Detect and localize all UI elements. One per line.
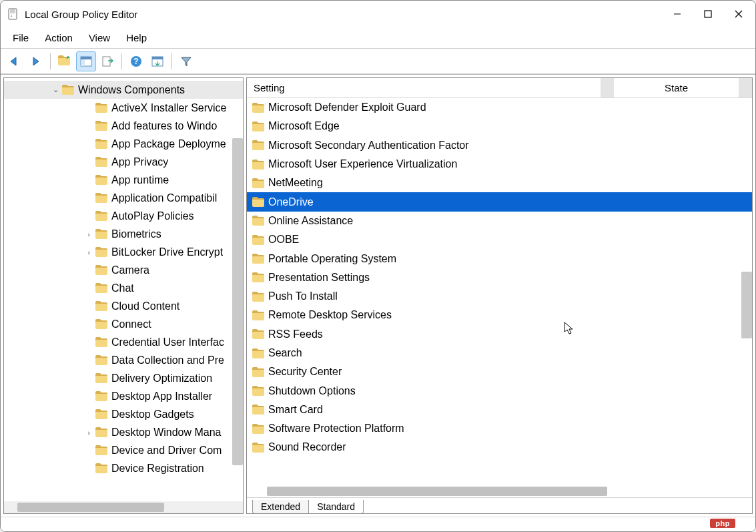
tree-item-label: Connect [111, 318, 151, 330]
tree-item[interactable]: Desktop Gadgets [4, 405, 243, 423]
tree-item[interactable]: Device and Driver Com [4, 441, 243, 459]
close-button[interactable] [723, 1, 754, 27]
help-button[interactable]: ? [126, 51, 146, 71]
list-pane: Setting State Microsoft Defender Exploit… [246, 77, 753, 514]
list-row[interactable]: Push To Install [247, 287, 752, 306]
chevron-right-icon[interactable]: › [84, 248, 93, 256]
tree-item[interactable]: Camera [4, 261, 243, 279]
list-item-label: Microsoft Defender Exploit Guard [268, 101, 426, 113]
tree-item-label: ActiveX Installer Service [111, 102, 227, 114]
menu-action[interactable]: Action [37, 29, 81, 46]
tree-item[interactable]: Credential User Interfac [4, 333, 243, 351]
tree-item[interactable]: App Package Deployme [4, 135, 243, 153]
settings-list[interactable]: Microsoft Defender Exploit GuardMicrosof… [247, 98, 752, 485]
list-row[interactable]: OneDrive [247, 192, 752, 211]
list-row[interactable]: RSS Feeds [247, 325, 752, 344]
column-state[interactable]: State [614, 82, 739, 93]
list-vscrollbar[interactable] [741, 272, 752, 338]
tree-item[interactable]: Chat [4, 279, 243, 297]
export-button[interactable] [97, 51, 117, 71]
show-hide-action-button[interactable] [147, 51, 167, 71]
tree[interactable]: ⌄ Windows Components ActiveX Installer S… [4, 78, 243, 501]
list-row[interactable]: Microsoft User Experience Virtualization [247, 155, 752, 174]
statusbar: php [1, 517, 755, 531]
back-button[interactable] [5, 51, 25, 71]
tree-item[interactable]: ›BitLocker Drive Encrypt [4, 243, 243, 261]
list-item-label: Smart Card [268, 404, 323, 416]
tree-item[interactable]: App Privacy [4, 153, 243, 171]
tab-extended[interactable]: Extended [252, 500, 308, 514]
show-hide-tree-button[interactable] [76, 51, 96, 71]
list-row[interactable]: Shutdown Options [247, 381, 752, 400]
folder-icon [95, 301, 107, 311]
tab-standard[interactable]: Standard [308, 500, 364, 514]
tree-vscrollbar[interactable] [232, 138, 243, 465]
folder-icon [95, 175, 107, 185]
menu-file[interactable]: File [5, 29, 37, 46]
maximize-button[interactable] [693, 1, 723, 27]
tree-item[interactable]: ›Desktop Window Mana [4, 423, 243, 441]
svg-rect-3 [705, 11, 711, 17]
tree-item[interactable]: Connect [4, 315, 243, 333]
tree-item[interactable]: Data Collection and Pre [4, 351, 243, 369]
list-row[interactable]: Microsoft Secondary Authentication Facto… [247, 136, 752, 155]
list-hscrollbar[interactable] [247, 485, 752, 497]
tree-root[interactable]: ⌄ Windows Components [4, 81, 243, 99]
body: ⌄ Windows Components ActiveX Installer S… [1, 74, 755, 517]
list-row[interactable]: NetMeeting [247, 174, 752, 192]
folder-icon [252, 254, 264, 264]
tree-item[interactable]: Application Compatibil [4, 189, 243, 207]
column-divider[interactable] [601, 78, 614, 97]
chevron-down-icon[interactable]: ⌄ [51, 85, 60, 94]
list-item-label: Remote Desktop Services [268, 309, 392, 321]
tree-item[interactable]: ›Biometrics [4, 225, 243, 243]
list-row[interactable]: Smart Card [247, 401, 752, 419]
list-row[interactable]: Software Protection Platform [247, 419, 752, 438]
tree-hscrollbar[interactable] [4, 501, 243, 513]
app-icon [7, 8, 19, 20]
chevron-right-icon[interactable]: › [84, 230, 93, 238]
list-row[interactable]: Online Assistance [247, 212, 752, 230]
filter-button[interactable] [176, 51, 196, 71]
folder-icon [252, 292, 264, 302]
up-button[interactable] [55, 51, 75, 71]
column-setting[interactable]: Setting [247, 82, 601, 93]
titlebar[interactable]: Local Group Policy Editor [1, 1, 755, 27]
tree-item[interactable]: Device Registration [4, 459, 243, 477]
list-item-label: RSS Feeds [268, 328, 323, 340]
forward-button[interactable] [26, 51, 46, 71]
menu-view[interactable]: View [81, 29, 118, 46]
list-row[interactable]: Presentation Settings [247, 268, 752, 287]
tree-item[interactable]: Desktop App Installer [4, 387, 243, 405]
tree-item[interactable]: Add features to Windo [4, 117, 243, 135]
folder-icon [252, 235, 264, 245]
list-row[interactable]: Microsoft Edge [247, 117, 752, 136]
chevron-right-icon[interactable]: › [84, 429, 93, 437]
list-row[interactable]: Microsoft Defender Exploit Guard [247, 98, 752, 117]
tree-item[interactable]: Delivery Optimization [4, 369, 243, 387]
list-item-label: Online Assistance [268, 215, 353, 227]
list-row[interactable]: Search [247, 344, 752, 362]
window-title: Local Group Policy Editor [25, 9, 137, 20]
list-item-label: Push To Install [268, 290, 338, 302]
tree-item[interactable]: Cloud Content [4, 297, 243, 315]
list-row[interactable]: OOBE [247, 230, 752, 249]
menu-help[interactable]: Help [118, 29, 155, 46]
tree-item[interactable]: ActiveX Installer Service [4, 99, 243, 117]
list-row[interactable]: Sound Recorder [247, 438, 752, 457]
list-item-label: Presentation Settings [268, 272, 370, 284]
minimize-button[interactable] [662, 1, 693, 27]
list-row[interactable]: Portable Operating System [247, 249, 752, 268]
svg-rect-7 [103, 57, 110, 66]
folder-icon [252, 121, 264, 131]
svg-rect-2 [11, 16, 12, 17]
list-item-label: Shutdown Options [268, 385, 356, 397]
list-row[interactable]: Remote Desktop Services [247, 306, 752, 324]
list-row[interactable]: Security Center [247, 362, 752, 381]
folder-icon [252, 443, 264, 453]
tree-pane: ⌄ Windows Components ActiveX Installer S… [3, 77, 244, 514]
toolbar-sep [171, 53, 172, 69]
column-divider[interactable] [739, 78, 752, 97]
tree-item[interactable]: AutoPlay Policies [4, 207, 243, 225]
tree-item[interactable]: App runtime [4, 171, 243, 189]
